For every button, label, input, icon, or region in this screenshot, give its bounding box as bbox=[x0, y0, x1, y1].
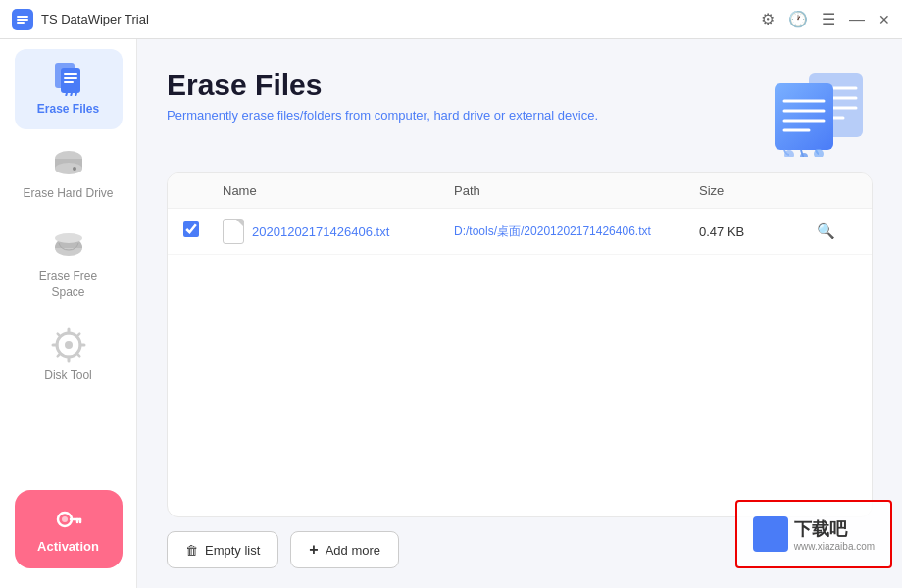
add-more-button[interactable]: + Add more bbox=[290, 531, 399, 568]
file-list-container: Name Path Size 20201202171426406.txt D:/… bbox=[167, 172, 873, 517]
erase-free-space-icon bbox=[51, 228, 86, 264]
file-type-icon bbox=[223, 219, 244, 244]
app-title: TS DataWiper Trial bbox=[41, 12, 149, 26]
sidebar-item-disk-tool[interactable]: Disk Tool bbox=[15, 316, 123, 396]
activation-label: Activation bbox=[37, 539, 99, 554]
key-icon bbox=[55, 506, 82, 533]
sidebar-item-erase-files[interactable]: Erase Files bbox=[15, 49, 123, 129]
svg-point-11 bbox=[55, 233, 82, 243]
app-icon bbox=[12, 9, 33, 30]
watermark-url: www.xiazaiba.com bbox=[794, 541, 875, 552]
watermark-inner: 下载吧 www.xiazaiba.com bbox=[753, 516, 875, 552]
erase-files-icon bbox=[51, 61, 86, 96]
svg-point-8 bbox=[55, 163, 82, 174]
sidebar-item-label-erase-free-space: Erase Free Space bbox=[23, 270, 115, 300]
row-path-cell: D:/tools/桌面/20201202171426406.txt bbox=[454, 223, 699, 240]
empty-list-label: Empty list bbox=[205, 543, 260, 558]
col-header-action bbox=[817, 183, 856, 198]
page-subtitle: Permanently erase files/folders from com… bbox=[167, 108, 598, 122]
sidebar-item-erase-free-space[interactable]: Erase Free Space bbox=[15, 217, 123, 312]
sidebar-item-erase-hard-drive[interactable]: Erase Hard Drive bbox=[15, 133, 123, 214]
trash-icon: 🗑 bbox=[185, 543, 198, 558]
row-size: 0.47 KB bbox=[699, 224, 817, 239]
sidebar-item-label-disk-tool: Disk Tool bbox=[44, 368, 91, 384]
svg-rect-24 bbox=[775, 83, 833, 150]
title-bar-left: TS DataWiper Trial bbox=[12, 9, 149, 30]
table-row: 20201202171426406.txt D:/tools/桌面/202012… bbox=[168, 209, 872, 255]
sidebar-item-label-erase-files: Erase Files bbox=[37, 102, 99, 118]
header-illustration bbox=[755, 69, 873, 157]
content-header: Erase Files Permanently erase files/fold… bbox=[167, 69, 873, 157]
file-list-header: Name Path Size bbox=[168, 173, 872, 209]
col-header-path: Path bbox=[454, 183, 699, 198]
watermark-text-block: 下载吧 www.xiazaiba.com bbox=[794, 517, 875, 552]
plus-icon: + bbox=[309, 541, 318, 559]
content-title-section: Erase Files Permanently erase files/fold… bbox=[167, 69, 598, 122]
row-search-icon[interactable]: 🔍 bbox=[817, 222, 856, 240]
empty-list-button[interactable]: 🗑 Empty list bbox=[167, 531, 278, 568]
col-header-size: Size bbox=[699, 183, 817, 198]
erase-hard-drive-icon bbox=[51, 145, 86, 180]
watermark-overlay: 下载吧 www.xiazaiba.com bbox=[735, 500, 892, 568]
menu-icon[interactable]: ☰ bbox=[822, 10, 835, 28]
svg-point-9 bbox=[73, 167, 76, 171]
bottom-bar-left: 🗑 Empty list + Add more bbox=[167, 531, 399, 568]
svg-point-15 bbox=[62, 516, 68, 522]
row-checkbox[interactable] bbox=[183, 221, 199, 237]
minimize-button[interactable]: — bbox=[849, 11, 865, 28]
add-more-label: Add more bbox=[326, 543, 380, 558]
activation-button[interactable]: Activation bbox=[15, 490, 123, 568]
col-header-checkbox bbox=[183, 183, 223, 198]
settings-icon[interactable]: ⚙ bbox=[761, 10, 775, 28]
page-title: Erase Files bbox=[167, 69, 598, 102]
col-header-name: Name bbox=[223, 183, 454, 198]
svg-point-13 bbox=[65, 341, 73, 349]
file-path-file: 20201202171426406.txt bbox=[524, 224, 650, 238]
row-checkbox-cell bbox=[183, 221, 223, 241]
row-name-cell: 20201202171426406.txt bbox=[223, 219, 454, 244]
close-button[interactable]: ✕ bbox=[878, 12, 890, 27]
watermark-logo-box bbox=[753, 516, 788, 552]
watermark-site: 下载吧 bbox=[794, 517, 875, 541]
sidebar: Erase Files Erase Hard Drive bbox=[0, 39, 137, 588]
file-path-prefix: D:/tools/桌面/ bbox=[454, 224, 524, 238]
title-bar: TS DataWiper Trial ⚙ 🕐 ☰ — ✕ bbox=[0, 0, 902, 39]
row-filename: 20201202171426406.txt bbox=[252, 224, 389, 239]
sidebar-item-label-erase-hard-drive: Erase Hard Drive bbox=[23, 186, 113, 202]
title-bar-controls: ⚙ 🕐 ☰ — ✕ bbox=[761, 10, 890, 28]
file-list-body: 20201202171426406.txt D:/tools/桌面/202012… bbox=[168, 209, 872, 516]
disk-tool-icon bbox=[51, 327, 86, 363]
clock-icon[interactable]: 🕐 bbox=[788, 10, 808, 28]
